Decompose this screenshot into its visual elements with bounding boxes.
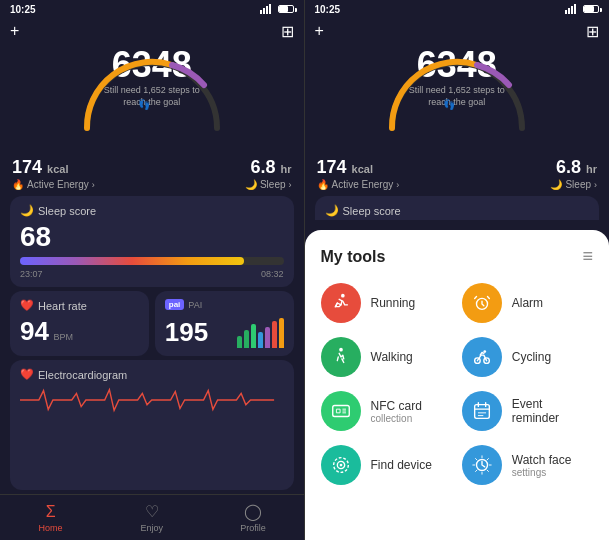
svg-rect-3	[269, 4, 271, 14]
fire-icon-left: 🔥	[12, 179, 24, 190]
battery-icon-right	[583, 5, 599, 13]
home-icon-left: Σ	[46, 503, 56, 521]
alarm-icon	[471, 292, 493, 314]
alarm-label: Alarm	[512, 296, 543, 310]
grid-icon-left[interactable]: ⊞	[281, 22, 294, 41]
pai-bars-left	[237, 318, 284, 348]
tool-running[interactable]: Running	[321, 283, 452, 323]
sleep-times-left: 23:07 08:32	[20, 269, 284, 279]
status-time-right: 10:25	[315, 4, 341, 15]
tool-find-device[interactable]: Find device	[321, 445, 452, 485]
nav-profile-left[interactable]: ◯ Profile	[202, 495, 303, 540]
moon-icon-left: 🌙	[245, 179, 257, 190]
sleep-peek-title-right: 🌙 Sleep score	[325, 204, 590, 217]
nfc-label-wrap: NFC card collection	[371, 399, 422, 424]
status-icons-right	[565, 4, 599, 14]
svg-rect-8	[574, 4, 576, 14]
tool-event-reminder[interactable]: Event reminder	[462, 391, 593, 431]
moon-small-icon-right: 🌙	[325, 204, 339, 217]
tools-grid: Running Alarm	[321, 283, 594, 485]
cycling-icon	[471, 346, 493, 368]
svg-text:👣: 👣	[138, 98, 151, 111]
heart-rate-title-left: ❤️ Heart rate	[20, 299, 139, 312]
sleep-score-num-left: 68	[20, 221, 51, 253]
svg-point-10	[341, 294, 345, 298]
grid-icon-right[interactable]: ⊞	[586, 22, 599, 41]
event-icon	[471, 400, 493, 422]
sleep-score-peek-right: 🌙 Sleep score	[315, 196, 600, 220]
signal-icon-left	[260, 4, 274, 14]
cycling-label: Cycling	[512, 350, 551, 364]
overlay-title: My tools	[321, 248, 386, 266]
tool-alarm[interactable]: Alarm	[462, 283, 593, 323]
walking-icon-circle	[321, 337, 361, 377]
ecg-line-left	[20, 385, 284, 415]
nav-profile-label-left: Profile	[240, 523, 266, 533]
top-controls-right: + ⊞	[315, 22, 600, 41]
heart-rate-card-left: ❤️ Heart rate 94 BPM	[10, 291, 149, 356]
running-icon-circle	[321, 283, 361, 323]
step-circle-right: 👣 6348 Still need 1,652 steps to reach t…	[387, 43, 527, 143]
watch-face-label: Watch face	[512, 453, 572, 467]
svg-rect-16	[332, 406, 349, 417]
nav-enjoy-left[interactable]: ♡ Enjoy	[101, 495, 202, 540]
calories-stat-right[interactable]: 174 kcal 🔥 Active Energy ›	[317, 157, 400, 190]
nav-home-left[interactable]: Σ Home	[0, 495, 101, 540]
calories-value-left: 174 kcal	[12, 157, 95, 178]
tool-cycling[interactable]: Cycling	[462, 337, 593, 377]
two-col-row-left: ❤️ Heart rate 94 BPM pai PAI 195	[10, 291, 294, 356]
menu-icon[interactable]: ≡	[582, 246, 593, 267]
alarm-icon-circle	[462, 283, 502, 323]
enjoy-icon-left: ♡	[145, 502, 159, 521]
my-tools-overlay: My tools ≡ Running	[305, 230, 610, 540]
running-icon	[330, 292, 352, 314]
tool-watch-face[interactable]: Watch face settings	[462, 445, 593, 485]
add-icon-left[interactable]: +	[10, 22, 19, 41]
sleep-stat-right[interactable]: 6.8 hr 🌙 Sleep ›	[550, 157, 597, 190]
status-bar-left: 10:25	[0, 0, 304, 18]
nav-home-label-left: Home	[39, 523, 63, 533]
calories-stat-left[interactable]: 174 kcal 🔥 Active Energy ›	[12, 157, 95, 190]
calories-value-right: 174 kcal	[317, 157, 400, 178]
find-device-icon-circle	[321, 445, 361, 485]
find-device-icon	[330, 454, 352, 476]
pai-badge-left: pai	[165, 299, 185, 310]
svg-rect-7	[571, 6, 573, 14]
sleep-bar-left	[20, 257, 284, 265]
battery-icon-left	[278, 5, 294, 13]
pai-title-left: pai PAI	[165, 299, 284, 310]
tool-nfc[interactable]: NFC card collection	[321, 391, 452, 431]
arc-svg-left: 👣	[72, 43, 232, 133]
sleep-value-right: 6.8 hr	[556, 157, 597, 178]
status-bar-right: 10:25	[305, 0, 610, 18]
sleep-row-left: 68	[20, 221, 284, 253]
event-icon-circle	[462, 391, 502, 431]
walking-icon	[330, 346, 352, 368]
sleep-label-left: 🌙 Sleep ›	[245, 179, 292, 190]
ecg-card-left: ❤️ Electrocardiogram	[10, 360, 294, 490]
tool-walking[interactable]: Walking	[321, 337, 452, 377]
right-panel: 10:25 + ⊞ 👣 6348	[305, 0, 610, 540]
ecg-icon-left: ❤️	[20, 368, 34, 381]
sleep-score-title-left: 🌙 Sleep score	[20, 204, 284, 217]
top-section-left: + ⊞ 👣 6348 Still need 1,652 steps to rea…	[0, 18, 304, 151]
add-icon-right[interactable]: +	[315, 22, 324, 41]
ecg-title-left: ❤️ Electrocardiogram	[20, 368, 284, 381]
svg-rect-1	[263, 8, 265, 14]
running-label: Running	[371, 296, 416, 310]
svg-point-15	[483, 350, 486, 353]
nfc-label: NFC card	[371, 399, 422, 413]
sleep-score-card-left: 🌙 Sleep score 68 23:07 08:32	[10, 196, 294, 287]
svg-point-20	[339, 464, 342, 467]
fire-icon-right: 🔥	[317, 179, 329, 190]
top-section-right: + ⊞ 👣 6348 Still need 1,652 steps to rea…	[305, 18, 610, 151]
sleep-stat-left[interactable]: 6.8 hr 🌙 Sleep ›	[245, 157, 292, 190]
top-controls-left: + ⊞	[10, 22, 294, 41]
profile-icon-left: ◯	[244, 502, 262, 521]
nfc-sublabel: collection	[371, 413, 422, 424]
step-circle-left: 👣 6348 Still need 1,652 steps to reach t…	[82, 43, 222, 143]
nfc-icon	[330, 400, 352, 422]
svg-rect-6	[568, 8, 570, 14]
pai-card-left: pai PAI 195	[155, 291, 294, 356]
nav-enjoy-label-left: Enjoy	[141, 523, 164, 533]
